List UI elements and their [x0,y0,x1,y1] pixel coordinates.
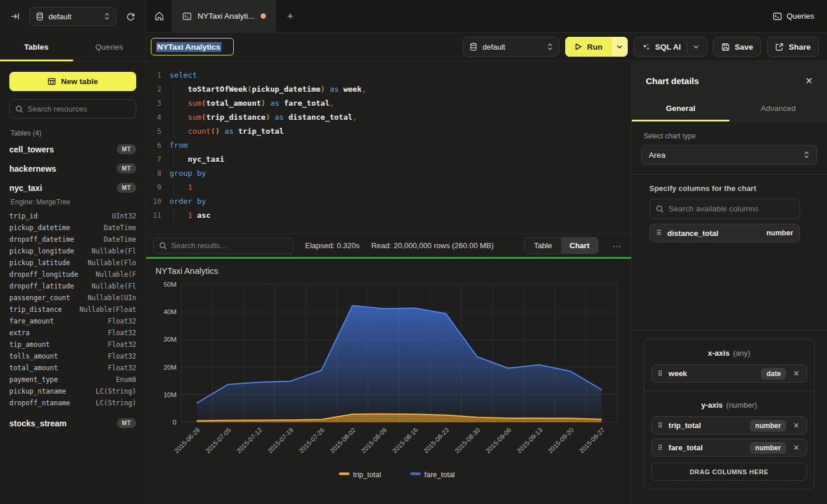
chevron-updown-icon [804,151,809,159]
column-type: Nullable(UIn [88,294,136,302]
column-type: Nullable(Flo [88,259,136,267]
rows-read-stats: Read: 20,000,000 rows (260.00 MB) [371,241,494,250]
token [169,127,188,135]
drag-columns-drop-zone[interactable]: DRAG COLUMNS HERE [651,463,807,481]
columns-search[interactable] [649,199,800,219]
query-title-input[interactable]: NYTaxi Analytics [151,38,234,55]
x-axis-tick: 2015-06-28 [173,426,201,454]
sidebar-search-input[interactable] [27,105,130,113]
panel-body: Select chart type Area Specify columns f… [632,121,827,504]
y-axis-items: ⠿trip_totalnumber✕⠿fare_totalnumber✕ [651,416,807,457]
home-button[interactable] [146,0,172,32]
column-row: pickup_datetimeDateTime [9,222,136,234]
run-button[interactable]: Run [565,37,627,57]
axis-item-week[interactable]: ⠿weekdate✕ [651,364,807,383]
share-icon [775,43,784,51]
refresh-button[interactable] [122,8,139,25]
code-line: 2 toStartOfWeek(pickup_datetime) as week… [146,82,631,96]
sql-ai-button[interactable]: SQL AI [634,37,707,57]
tab-nytaxi-analytics[interactable]: NYTaxi Analyti... [172,0,277,32]
table-engine-badge: MT [117,164,136,173]
sql-editor[interactable]: 1select2 toStartOfWeek(pickup_datetime) … [146,61,631,234]
drag-handle-icon[interactable]: ⠿ [656,230,662,237]
area-series-fare_total [197,305,602,422]
save-button[interactable]: Save [713,37,762,57]
column-name: fare_amount [9,317,54,325]
queries-button[interactable]: Queries [760,0,827,32]
panel-divider [632,330,827,331]
token: sum [188,99,201,107]
legend-label-fare_total[interactable]: fare_total [424,471,455,479]
token: pickup_datetime [252,85,320,93]
line-number: 1 [146,68,161,82]
save-icon [721,43,730,51]
remove-icon[interactable]: ✕ [792,443,801,452]
run-button-main[interactable]: Run [565,37,611,57]
table-row-nyc_taxi[interactable]: nyc_taxiMT [9,178,136,197]
new-table-button[interactable]: New table [9,72,136,91]
panel-tab-general[interactable]: General [632,97,729,121]
drag-handle-icon[interactable]: ⠿ [658,422,663,429]
view-toggle-chart[interactable]: Chart [561,238,598,253]
legend-label-trip_total[interactable]: trip_total [353,471,381,479]
results-more-button[interactable]: ... [610,239,624,252]
column-row: passenger_countNullable(UIn [9,292,136,304]
run-database-selector[interactable]: default [463,37,559,57]
column-row: dropoff_latitudeNullable(Fl [9,280,136,292]
drag-handle-icon[interactable]: ⠿ [658,370,663,377]
area-chart[interactable]: 010M20M30M40M50M2015-06-282015-07-052015… [146,276,631,499]
remove-icon[interactable]: ✕ [792,421,801,430]
table-row-cell_towers[interactable]: cell_towersMT [9,140,136,159]
table-row-stocks_stream[interactable]: stocks_streamMT [9,413,136,433]
token: count [188,127,210,135]
sidebar-tab-queries[interactable]: Queries [73,33,146,61]
y-axis-tick: 30M [164,336,177,343]
search-icon [15,105,23,113]
panel-tab-advanced[interactable]: Advanced [729,97,827,121]
axis-item-trip_total[interactable]: ⠿trip_totalnumber✕ [651,416,807,435]
view-toggle-table[interactable]: Table [525,238,560,253]
code-tokens: sum(total_amount) as fare_total, [169,96,334,110]
query-title-value: NYTaxi Analytics [156,42,222,52]
table-row-hackernews[interactable]: hackernewsMT [9,159,136,178]
column-row: total_amountFloat32 [9,362,136,374]
column-type: Float32 [108,352,136,360]
remove-icon[interactable]: ✕ [792,369,801,378]
search-icon [656,205,664,213]
token [169,155,188,164]
sidebar-tab-tables[interactable]: Tables [0,33,73,61]
token: select [169,71,197,79]
available-column-distance_total[interactable]: ⠿distance_totalnumber [649,224,800,242]
token [169,211,188,220]
line-number: 10 [146,194,161,208]
results-search-input[interactable] [171,241,288,250]
token: as [275,113,284,121]
chart-type-dropdown[interactable]: Area [641,145,817,165]
x-axis-section: x-axis(any) ⠿weekdate✕ [644,339,814,391]
new-tab-button[interactable]: + [277,0,304,32]
x-axis-tick: 2015-09-06 [485,426,513,454]
queries-icon [773,12,782,21]
results-search[interactable] [153,238,293,254]
code-tokens: 1 [169,180,192,194]
column-type: LC(String) [96,399,136,407]
legend-swatch-fare_total[interactable] [410,472,421,475]
axis-item-fare_total[interactable]: ⠿fare_totalnumber✕ [651,439,807,457]
column-row: trip_distanceNullable(Float [9,304,136,315]
column-row: tolls_amountFloat32 [9,350,136,362]
sidebar-search[interactable] [9,99,136,119]
top-bar-left: default [0,0,146,33]
close-icon[interactable]: ✕ [805,75,813,86]
columns-search-input[interactable] [669,204,794,213]
run-label: Run [587,43,602,51]
database-selector[interactable]: default [29,7,116,26]
drag-handle-icon[interactable]: ⠿ [658,444,663,451]
token: trip_distance [206,113,266,121]
run-options-caret[interactable] [612,37,628,57]
legend-swatch-trip_total[interactable] [339,472,350,475]
tab-strip: NYTaxi Analyti... + Queries [146,0,827,33]
sql-ai-label: SQL AI [655,43,681,51]
token [270,113,275,121]
collapse-sidebar-button[interactable] [7,8,23,25]
share-button[interactable]: Share [767,37,819,57]
